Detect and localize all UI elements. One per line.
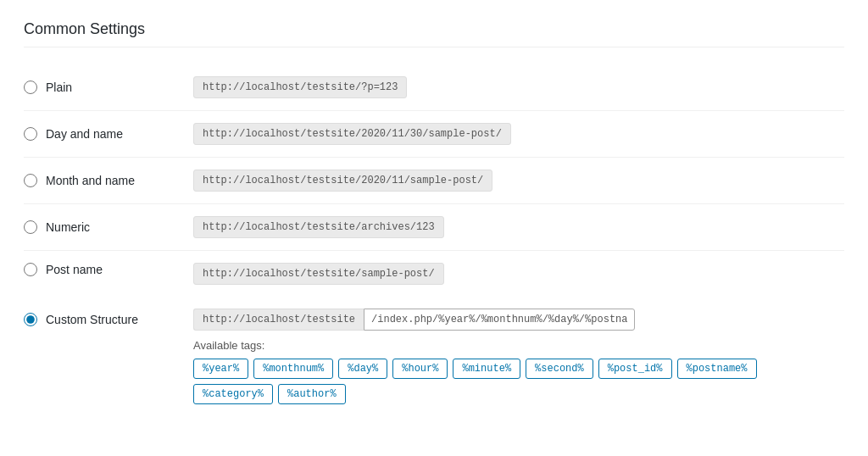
available-tags-label: Available tags: xyxy=(193,339,264,352)
label-month-and-name[interactable]: Month and name xyxy=(24,174,193,187)
tag-btn-day[interactable]: %day% xyxy=(338,359,387,379)
url-display-day-and-name: http://localhost/testsite/2020/11/30/sam… xyxy=(193,123,511,145)
label-post-name[interactable]: Post name xyxy=(24,263,193,276)
tag-btn-minute[interactable]: %minute% xyxy=(453,359,520,379)
radio-numeric[interactable] xyxy=(24,220,37,234)
label-day-and-name[interactable]: Day and name xyxy=(24,127,193,141)
tags-row1: %year%%monthnum%%day%%hour%%minute%%seco… xyxy=(193,359,757,379)
tag-btn-author[interactable]: %author% xyxy=(278,384,346,404)
option-row-numeric: Numeric http://localhost/testsite/archiv… xyxy=(24,204,844,251)
custom-url-input[interactable] xyxy=(364,309,635,331)
label-plain[interactable]: Plain xyxy=(24,81,193,94)
radio-post-name[interactable] xyxy=(24,263,37,276)
label-text-numeric: Numeric xyxy=(46,220,90,234)
label-numeric[interactable]: Numeric xyxy=(24,220,193,234)
option-row-post-name: Post name http://localhost/testsite/samp… xyxy=(24,251,844,297)
label-text-day-and-name: Day and name xyxy=(46,127,123,141)
custom-structure-row: Custom Structure http://localhost/testsi… xyxy=(24,297,844,416)
tag-btn-monthnum[interactable]: %monthnum% xyxy=(253,359,333,379)
page-title: Common Settings xyxy=(24,20,844,47)
radio-month-and-name[interactable] xyxy=(24,174,37,187)
radio-plain[interactable] xyxy=(24,81,37,94)
tag-btn-category[interactable]: %category% xyxy=(193,384,273,404)
url-display-post-name: http://localhost/testsite/sample-post/ xyxy=(193,263,444,285)
tag-btn-hour[interactable]: %hour% xyxy=(392,359,448,379)
option-row-month-and-name: Month and name http://localhost/testsite… xyxy=(24,158,844,204)
custom-row-top: Custom Structure http://localhost/testsi… xyxy=(24,309,844,331)
tags-row2: %category%%author% xyxy=(193,384,346,404)
url-display-plain: http://localhost/testsite/?p=123 xyxy=(193,76,407,98)
custom-url-base: http://localhost/testsite xyxy=(193,309,364,331)
option-row-plain: Plain http://localhost/testsite/?p=123 xyxy=(24,64,844,111)
custom-structure-radio[interactable] xyxy=(24,313,37,326)
label-text-post-name: Post name xyxy=(46,263,103,276)
tag-btn-year[interactable]: %year% xyxy=(193,359,248,379)
url-display-month-and-name: http://localhost/testsite/2020/11/sample… xyxy=(193,170,492,192)
options-list: Plain http://localhost/testsite/?p=123 D… xyxy=(24,64,844,297)
label-text-month-and-name: Month and name xyxy=(46,174,135,187)
tag-btn-second[interactable]: %second% xyxy=(526,359,593,379)
custom-structure-label[interactable]: Custom Structure xyxy=(24,313,193,326)
tag-btn-postname[interactable]: %postname% xyxy=(677,359,757,379)
radio-day-and-name[interactable] xyxy=(24,127,37,141)
url-display-numeric: http://localhost/testsite/archives/123 xyxy=(193,216,444,238)
label-text-plain: Plain xyxy=(46,81,72,94)
option-row-day-and-name: Day and name http://localhost/testsite/2… xyxy=(24,111,844,158)
tag-btn-post_id[interactable]: %post_id% xyxy=(598,359,672,379)
settings-container: Common Settings Plain http://localhost/t… xyxy=(0,0,868,456)
custom-structure-label-text: Custom Structure xyxy=(46,313,138,326)
